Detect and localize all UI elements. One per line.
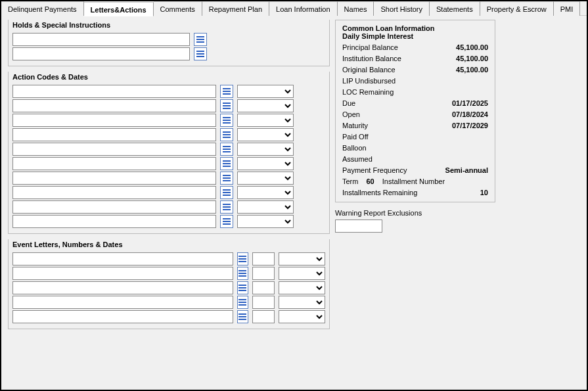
term-label: Term [342,177,358,185]
action-combo-8[interactable] [237,200,294,214]
list-icon[interactable] [237,252,248,265]
action-input-9[interactable] [12,215,216,228]
institution-label: Institution Balance [342,55,401,62]
warning-exclusions-label: Warning Report Exclusions [335,209,495,217]
tab-bar: Delinquent Payments Letters&Actions Comm… [1,1,587,16]
action-combo-3[interactable] [237,128,294,141]
tab-letters-actions[interactable]: Letters&Actions [84,2,154,16]
svg-rect-41 [238,275,246,277]
svg-rect-25 [223,177,231,179]
svg-rect-16 [223,134,231,135]
event-combo-1[interactable] [279,267,325,280]
event-input-0[interactable] [12,252,233,265]
hold-input-1[interactable] [12,47,190,60]
warning-exclusions-input[interactable] [335,219,382,233]
event-input-3[interactable] [12,296,233,309]
event-row [12,252,325,265]
action-combo-1[interactable] [237,99,294,112]
svg-rect-9 [223,103,231,104]
event-combo-4[interactable] [279,310,325,323]
holds-title: Holds & Special Instructions [12,21,325,29]
svg-rect-12 [223,117,231,118]
institution-value: 45,100.00 [456,55,488,62]
hold-input-0[interactable] [12,33,190,46]
event-input-4[interactable] [12,310,233,323]
tab-short-history[interactable]: Short History [374,1,430,16]
maturity-value: 07/17/2029 [452,122,488,129]
action-input-7[interactable] [12,186,216,199]
svg-rect-46 [238,302,246,303]
svg-rect-14 [223,122,231,124]
list-icon[interactable] [220,215,233,228]
list-icon[interactable] [237,281,248,294]
svg-rect-37 [238,258,246,260]
tab-pmi[interactable]: PMI [554,1,581,16]
tab-comments[interactable]: Comments [154,1,202,16]
event-row [12,281,325,294]
svg-rect-30 [223,204,231,205]
list-icon[interactable] [220,99,233,112]
action-input-4[interactable] [12,143,216,156]
hold-row [12,33,325,46]
action-combo-7[interactable] [237,186,294,199]
action-input-5[interactable] [12,157,216,170]
tab-statements[interactable]: Statements [430,1,480,16]
list-icon[interactable] [220,157,233,170]
list-icon[interactable] [220,186,233,199]
list-icon[interactable] [237,296,248,309]
action-combo-9[interactable] [237,215,294,228]
info-title: Common Loan Information [342,24,488,32]
list-icon[interactable] [220,128,233,141]
svg-rect-24 [223,175,231,176]
list-icon[interactable] [194,47,207,60]
action-row [12,186,325,199]
action-row [12,128,325,141]
list-icon[interactable] [237,267,248,280]
event-number-0[interactable] [252,252,275,265]
action-input-8[interactable] [12,200,216,214]
loan-info-panel: Common Loan Information Daily Simple Int… [335,20,495,202]
action-input-3[interactable] [12,128,216,141]
event-number-4[interactable] [252,310,275,323]
svg-rect-8 [223,93,231,95]
tab-property-escrow[interactable]: Property & Escrow [480,1,554,16]
list-icon[interactable] [220,114,233,127]
tab-repayment-plan[interactable]: Repayment Plan [202,1,269,16]
event-input-1[interactable] [12,267,233,280]
event-combo-0[interactable] [279,252,325,265]
tab-names[interactable]: Names [338,1,374,16]
event-number-2[interactable] [252,281,275,294]
action-combo-5[interactable] [237,157,294,170]
tab-delinquent-payments[interactable]: Delinquent Payments [1,1,84,16]
svg-rect-47 [238,304,246,306]
action-input-0[interactable] [12,85,216,98]
action-combo-4[interactable] [237,143,294,156]
svg-rect-38 [238,261,246,262]
action-combo-6[interactable] [237,172,294,185]
event-number-3[interactable] [252,296,275,309]
svg-rect-35 [223,223,231,225]
svg-rect-49 [238,316,246,317]
action-row [12,114,325,127]
action-combo-0[interactable] [237,85,294,98]
list-icon[interactable] [220,200,233,214]
list-icon[interactable] [220,85,233,98]
event-number-1[interactable] [252,267,275,280]
list-icon[interactable] [194,33,207,46]
info-subtitle: Daily Simple Interest [342,32,488,40]
action-combo-2[interactable] [237,114,294,127]
list-icon[interactable] [220,143,233,156]
list-icon[interactable] [237,310,248,323]
content-area: Holds & Special Instructions Action Code… [1,16,587,390]
action-input-6[interactable] [12,172,216,185]
event-combo-3[interactable] [279,296,325,309]
event-input-2[interactable] [12,281,233,294]
svg-rect-20 [223,151,231,152]
event-combo-2[interactable] [279,281,325,294]
paidoff-label: Paid Off [342,133,369,141]
action-input-2[interactable] [12,114,216,127]
list-icon[interactable] [220,172,233,185]
action-input-1[interactable] [12,99,216,112]
warning-exclusions-block: Warning Report Exclusions [335,209,495,233]
tab-loan-information[interactable]: Loan Information [269,1,338,16]
